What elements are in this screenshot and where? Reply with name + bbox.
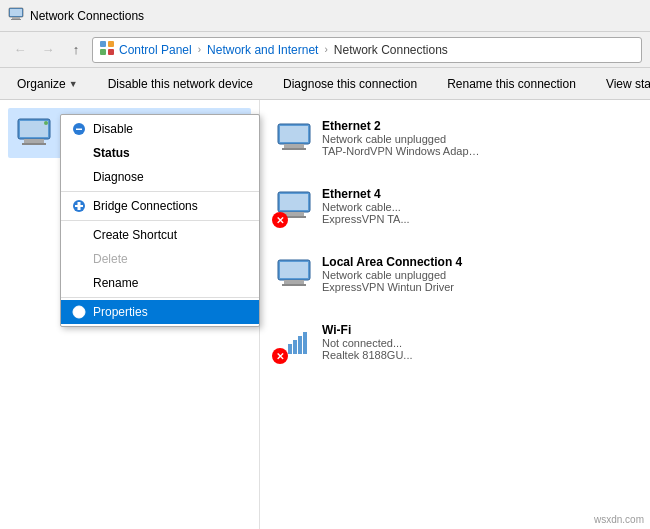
- svg-rect-35: [298, 336, 302, 354]
- svg-rect-26: [280, 194, 308, 210]
- wifi-icon-wrap: ✕: [274, 322, 314, 362]
- ethernet-icon-wrap: [14, 113, 54, 153]
- ctx-shortcut[interactable]: Create Shortcut: [61, 223, 259, 247]
- status-icon: [71, 145, 87, 161]
- wifi-item[interactable]: ✕ Wi-Fi Not connected... Realtek 8188GU.…: [268, 312, 488, 372]
- wifi-error-badge: ✕: [272, 348, 288, 364]
- breadcrumb-current: Network Connections: [334, 43, 448, 57]
- address-bar[interactable]: Control Panel › Network and Internet › N…: [92, 37, 642, 63]
- watermark: wsxdn.com: [594, 514, 644, 525]
- up-button[interactable]: ↑: [64, 38, 88, 62]
- svg-rect-17: [78, 202, 81, 210]
- ethernet2-desc1: Network cable unplugged: [322, 133, 482, 145]
- ethernet4-name: Ethernet 4: [322, 187, 482, 201]
- properties-icon: [71, 304, 87, 320]
- ctx-rename[interactable]: Rename: [61, 271, 259, 295]
- ethernet2-name: Ethernet 2: [322, 119, 482, 133]
- svg-rect-3: [10, 9, 22, 16]
- local4-icon: [274, 254, 314, 294]
- rename-button[interactable]: Rename this connection: [438, 71, 585, 97]
- wifi-desc2: Realtek 8188GU...: [322, 349, 482, 361]
- ctx-properties[interactable]: Properties: [61, 300, 259, 324]
- ethernet2-info: Ethernet 2 Network cable unplugged TAP-N…: [322, 119, 482, 157]
- left-panel: Ethernet Disable Status Diagnose: [0, 100, 260, 529]
- breadcrumb-network-internet[interactable]: Network and Internet: [207, 43, 318, 57]
- svg-rect-22: [280, 126, 308, 142]
- ctx-status[interactable]: Status: [61, 141, 259, 165]
- local4-info: Local Area Connection 4 Network cable un…: [322, 255, 482, 293]
- ctx-bridge[interactable]: Bridge Connections: [61, 194, 259, 218]
- ethernet2-icon: [274, 118, 314, 158]
- context-menu: Disable Status Diagnose Bridge Connectio…: [60, 114, 260, 327]
- local4-desc2: ExpressVPN Wintun Driver: [322, 281, 482, 293]
- svg-rect-24: [282, 148, 306, 150]
- ctx-sep-3: [61, 297, 259, 298]
- svg-rect-11: [22, 143, 46, 145]
- ethernet4-item[interactable]: ✕ Ethernet 4 Network cable... ExpressVPN…: [268, 176, 488, 236]
- ethernet-icon: [14, 113, 54, 153]
- diagnose-button[interactable]: Diagnose this connection: [274, 71, 426, 97]
- rename-icon: [71, 275, 87, 291]
- wifi-info: Wi-Fi Not connected... Realtek 8188GU...: [322, 323, 482, 361]
- svg-rect-6: [100, 49, 106, 55]
- disable-icon: [71, 121, 87, 137]
- organize-chevron: ▼: [69, 79, 78, 89]
- ctx-diagnose[interactable]: Diagnose: [61, 165, 259, 189]
- toolbar: Organize ▼ Disable this network device D…: [0, 68, 650, 100]
- svg-rect-10: [24, 139, 44, 143]
- disable-button[interactable]: Disable this network device: [99, 71, 262, 97]
- svg-rect-14: [76, 129, 82, 131]
- ctx-delete: Delete: [61, 247, 259, 271]
- title-bar-icon: [8, 6, 24, 25]
- svg-rect-9: [20, 121, 48, 137]
- view-status-button[interactable]: View statu...: [597, 71, 650, 97]
- local4-icon-wrap: [274, 254, 314, 294]
- ethernet2-item[interactable]: Ethernet 2 Network cable unplugged TAP-N…: [268, 108, 488, 168]
- ethernet4-error-badge: ✕: [272, 212, 288, 228]
- svg-rect-5: [108, 41, 114, 47]
- ethernet4-info: Ethernet 4 Network cable... ExpressVPN T…: [322, 187, 482, 225]
- svg-rect-4: [100, 41, 106, 47]
- svg-rect-30: [280, 262, 308, 278]
- forward-button[interactable]: →: [36, 38, 60, 62]
- ctx-sep-1: [61, 191, 259, 192]
- delete-icon: [71, 251, 87, 267]
- local4-item[interactable]: Local Area Connection 4 Network cable un…: [268, 244, 488, 304]
- local4-desc1: Network cable unplugged: [322, 269, 482, 281]
- ethernet2-desc2: TAP-NordVPN Windows Adapter ...: [322, 145, 482, 157]
- title-bar-title: Network Connections: [30, 9, 144, 23]
- nav-bar: ← → ↑ Control Panel › Network and Intern…: [0, 32, 650, 68]
- ethernet4-icon-wrap: ✕: [274, 186, 314, 226]
- bridge-icon: [71, 198, 87, 214]
- ethernet2-icon-wrap: [274, 118, 314, 158]
- organize-button[interactable]: Organize ▼: [8, 71, 87, 97]
- ethernet4-desc2: ExpressVPN TA...: [322, 213, 482, 225]
- svg-rect-20: [78, 308, 81, 316]
- svg-rect-33: [288, 344, 292, 354]
- svg-rect-31: [284, 280, 304, 284]
- ctx-sep-2: [61, 220, 259, 221]
- diagnose-icon: [71, 169, 87, 185]
- svg-rect-2: [11, 19, 21, 20]
- ethernet4-desc1: Network cable...: [322, 201, 482, 213]
- network-items-panel: Ethernet 2 Network cable unplugged TAP-N…: [260, 100, 650, 529]
- title-bar: Network Connections: [0, 0, 650, 32]
- svg-point-12: [44, 121, 48, 125]
- control-panel-icon: [99, 40, 115, 59]
- wifi-name: Wi-Fi: [322, 323, 482, 337]
- svg-rect-7: [108, 49, 114, 55]
- svg-rect-32: [282, 284, 306, 286]
- ctx-disable[interactable]: Disable: [61, 117, 259, 141]
- shortcut-icon: [71, 227, 87, 243]
- svg-rect-34: [293, 340, 297, 354]
- svg-rect-36: [303, 332, 307, 354]
- main-content: Ethernet Disable Status Diagnose: [0, 100, 650, 529]
- svg-rect-1: [12, 17, 20, 19]
- local4-name: Local Area Connection 4: [322, 255, 482, 269]
- back-button[interactable]: ←: [8, 38, 32, 62]
- wifi-desc1: Not connected...: [322, 337, 482, 349]
- breadcrumb-control-panel[interactable]: Control Panel: [119, 43, 192, 57]
- svg-rect-23: [284, 144, 304, 148]
